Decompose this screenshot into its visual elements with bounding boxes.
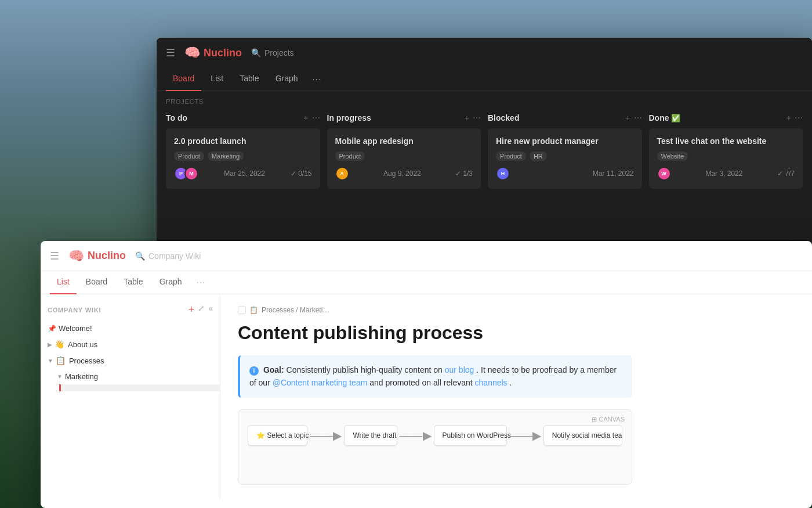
dark-search[interactable]: 🔍 Projects	[251, 48, 294, 57]
brain-icon: 🧠	[184, 45, 200, 60]
light-logo[interactable]: 🧠 Nuclino	[68, 248, 126, 264]
column-actions-inprogress: + ⋯	[465, 113, 481, 123]
column-header-inprogress: In progress + ⋯	[327, 110, 481, 128]
light-search[interactable]: 🔍 Company Wiki	[135, 251, 201, 261]
column-add-todo[interactable]: +	[303, 113, 308, 123]
light-search-placeholder: Company Wiki	[148, 251, 201, 261]
dark-header: ☰ 🧠 Nuclino 🔍 Projects	[157, 38, 812, 68]
sidebar-item-content-publishing[interactable]	[59, 384, 220, 391]
dark-app-name: Nuclino	[204, 47, 242, 59]
column-actions-todo: + ⋯	[303, 113, 320, 123]
sidebar-item-ad-campaign[interactable]	[59, 398, 220, 405]
column-add-blocked[interactable]: +	[625, 113, 630, 123]
flow-arrow-3: ——▶	[509, 428, 541, 442]
light-header: ☰ 🧠 Nuclino 🔍 Company Wiki	[41, 241, 812, 271]
sidebar: COMPANY WIKI + ⤢ « 📌 Welcome! ▶ 👋 About …	[41, 294, 220, 500]
brain-icon-light: 🧠	[68, 248, 84, 264]
light-app-name: Nuclino	[88, 250, 126, 262]
column-more-blocked[interactable]: ⋯	[634, 113, 642, 123]
card-hire-pm[interactable]: Hire new product manager Product HR H Ma…	[488, 128, 642, 189]
column-header-done: Done ✅ + ⋯	[649, 110, 803, 128]
card-footer-product-launch: P M Mar 25, 2022 ✓ 0/15	[174, 167, 312, 181]
tag-marketing: Marketing	[208, 152, 244, 161]
card-title-product-launch: 2.0 product launch	[174, 136, 312, 146]
sidebar-item-ab-testing[interactable]	[59, 391, 220, 398]
tab-list-dark[interactable]: List	[204, 68, 230, 91]
tab-table-light[interactable]: Table	[117, 271, 150, 294]
card-mobile-redesign[interactable]: Mobile app redesign Product A Aug 9, 202…	[327, 128, 481, 189]
column-inprogress: In progress + ⋯ Mobile app redesign Prod…	[327, 110, 481, 189]
goal-link-channels[interactable]: channels	[475, 378, 507, 387]
tab-table-dark[interactable]: Table	[233, 68, 266, 91]
flow-node-4[interactable]: Notify social media team	[543, 425, 622, 446]
goal-link-blog[interactable]: our blog	[445, 365, 474, 374]
card-live-chat[interactable]: Test live chat on the website Website W …	[649, 128, 803, 189]
page-title: Content publishing process	[238, 322, 795, 344]
card-checklist-mobile: ✓ 1/3	[455, 170, 473, 178]
goal-text-3: and promoted on all relevant	[369, 378, 474, 387]
menu-icon[interactable]: ☰	[166, 46, 175, 59]
sidebar-expand-icon[interactable]: ⤢	[198, 304, 205, 316]
card-title-chat: Test live chat on the website	[657, 136, 795, 146]
dark-logo[interactable]: 🧠 Nuclino	[184, 45, 242, 60]
column-actions-blocked: + ⋯	[625, 113, 641, 123]
column-more-inprogress[interactable]: ⋯	[473, 113, 481, 123]
column-title-done: Done ✅	[649, 113, 681, 123]
card-checklist-product-launch: ✓ 0/15	[291, 170, 311, 178]
column-actions-done: + ⋯	[786, 113, 803, 123]
column-done: Done ✅ + ⋯ Test live chat on the website…	[649, 110, 803, 189]
tabs-more-dark[interactable]: ⋯	[307, 68, 326, 91]
column-blocked: Blocked + ⋯ Hire new product manager Pro…	[488, 110, 642, 189]
sidebar-add-button[interactable]: +	[188, 304, 195, 316]
tab-board-dark[interactable]: Board	[166, 68, 201, 91]
column-header-todo: To do + ⋯	[166, 110, 320, 128]
tag-product-mobile: Product	[335, 152, 365, 161]
tab-graph-light[interactable]: Graph	[153, 271, 189, 294]
column-add-inprogress[interactable]: +	[465, 113, 469, 123]
card-tags-chat: Website	[657, 152, 795, 161]
flow-arrow-1: ——▶	[310, 428, 342, 442]
card-product-launch[interactable]: 2.0 product launch Product Marketing P M…	[166, 128, 320, 189]
sidebar-collapse-icon[interactable]: «	[208, 304, 213, 316]
card-date-product-launch: Mar 25, 2022	[224, 170, 265, 178]
goal-text-4: .	[510, 378, 512, 387]
card-avatars-product-launch: P M	[174, 167, 198, 181]
card-tags-mobile: Product	[335, 152, 473, 161]
sidebar-item-processes[interactable]: ▼ 📋 Processes	[41, 352, 220, 369]
card-checklist-chat: ✓ 7/7	[777, 170, 795, 178]
canvas-label: ⊞ CANVAS	[592, 416, 625, 423]
search-icon: 🔍	[251, 48, 261, 57]
card-tags-product-launch: Product Marketing	[174, 152, 312, 161]
column-todo: To do + ⋯ 2.0 product launch Product Mar…	[166, 110, 320, 189]
flow-node-2[interactable]: Write the draft	[344, 425, 397, 446]
chevron-right-about: ▶	[48, 341, 52, 348]
canvas-area: ⊞ CANVAS ⭐ Select a topic ——▶ Write the …	[238, 409, 632, 485]
tab-board-light[interactable]: Board	[79, 271, 114, 294]
column-more-done[interactable]: ⋯	[795, 113, 803, 123]
card-footer-hire: H Mar 11, 2022	[496, 167, 634, 181]
goal-link-team[interactable]: @Content marketing team	[273, 378, 368, 387]
tab-graph-dark[interactable]: Graph	[269, 68, 305, 91]
tag-hr: HR	[530, 152, 547, 161]
tabs-more-light[interactable]: ⋯	[191, 271, 210, 294]
tab-list-light[interactable]: List	[50, 271, 77, 294]
flow-node-1[interactable]: ⭐ Select a topic	[248, 425, 307, 446]
sidebar-item-label-processes: Processes	[69, 356, 205, 365]
column-add-done[interactable]: +	[786, 113, 791, 123]
sidebar-item-about[interactable]: ▶ 👋 About us	[41, 336, 220, 352]
projects-window: ☰ 🧠 Nuclino 🔍 Projects Board List Table …	[157, 38, 812, 247]
flow-node-3[interactable]: Publish on WordPress	[434, 425, 507, 446]
column-more-todo[interactable]: ⋯	[312, 113, 320, 123]
sidebar-section-label: COMPANY WIKI	[48, 307, 101, 314]
star-icon: ⭐	[256, 431, 267, 439]
light-tabs: List Board Table Graph ⋯	[41, 271, 812, 294]
sidebar-item-welcome[interactable]: 📌 Welcome!	[41, 320, 220, 336]
breadcrumb-checkbox[interactable]	[238, 306, 246, 314]
menu-icon-light[interactable]: ☰	[50, 250, 59, 262]
board-columns: To do + ⋯ 2.0 product launch Product Mar…	[157, 110, 812, 189]
sidebar-item-marketing[interactable]: ▼ Marketing	[50, 369, 220, 384]
breadcrumb-text: Processes / Marketi…	[262, 306, 329, 314]
sidebar-marketing-children	[50, 384, 220, 405]
card-date-hire: Mar 11, 2022	[593, 170, 634, 178]
info-icon: i	[249, 366, 259, 376]
